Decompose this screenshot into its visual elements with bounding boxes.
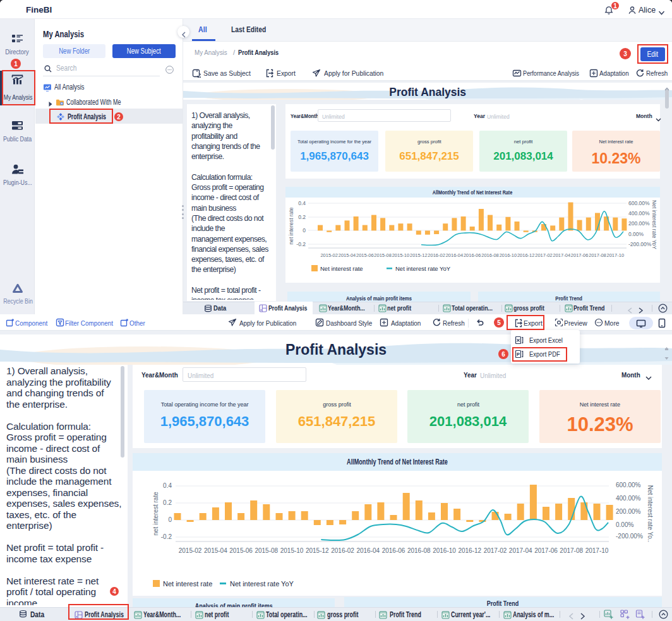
svg-text:-0.2: -0.2 xyxy=(161,533,172,540)
svg-text:2016-08: 2016-08 xyxy=(481,252,499,258)
svg-text:2016-10: 2016-10 xyxy=(500,252,517,258)
svg-text:2015-08: 2015-08 xyxy=(255,547,278,554)
svg-text:net interest rate: net interest rate xyxy=(288,207,294,244)
svg-text:net interest rate: net interest rate xyxy=(152,492,159,536)
svg-text:2015-02: 2015-02 xyxy=(179,547,202,554)
svg-text:2016-12: 2016-12 xyxy=(458,547,481,554)
svg-text:2016-12: 2016-12 xyxy=(517,252,535,258)
svg-text:0.2: 0.2 xyxy=(298,214,306,220)
svg-text:-200.00%: -200.00% xyxy=(628,241,652,247)
svg-text:2017-06: 2017-06 xyxy=(571,252,589,258)
svg-text:AllMonthly Trend of Net Intere: AllMonthly Trend of Net Interest Rate xyxy=(433,189,513,196)
svg-text:0.00%: 0.00% xyxy=(616,521,633,528)
svg-text:2015-06: 2015-06 xyxy=(356,252,374,258)
svg-text:2017-10: 2017-10 xyxy=(607,252,625,258)
svg-text:600.00%: 600.00% xyxy=(628,200,650,206)
svg-text:2015-10: 2015-10 xyxy=(392,252,410,258)
svg-text:0: 0 xyxy=(168,516,172,523)
svg-text:Net interest rate: Net interest rate xyxy=(320,265,363,272)
svg-text:2016-02: 2016-02 xyxy=(331,547,354,554)
svg-text:2015-08: 2015-08 xyxy=(374,252,392,258)
svg-text:2017-06: 2017-06 xyxy=(534,547,558,554)
svg-text:Net interest rate YoY: Net interest rate YoY xyxy=(651,200,657,249)
svg-text:0.2: 0.2 xyxy=(163,499,172,506)
svg-text:2016-10: 2016-10 xyxy=(433,547,456,554)
svg-text:2017-04: 2017-04 xyxy=(509,547,532,554)
svg-text:Net interest rate YoY: Net interest rate YoY xyxy=(230,580,294,588)
svg-text:2015-06: 2015-06 xyxy=(229,547,253,554)
svg-text:Net interest rate YoY: Net interest rate YoY xyxy=(395,265,451,272)
svg-text:0: 0 xyxy=(303,227,306,234)
svg-text:2017-02: 2017-02 xyxy=(535,252,553,258)
svg-text:400.00%: 400.00% xyxy=(616,495,641,502)
svg-text:2016-06: 2016-06 xyxy=(382,547,405,554)
svg-text:2015-12: 2015-12 xyxy=(306,547,329,554)
svg-text:200.00%: 200.00% xyxy=(628,220,650,227)
svg-text:2015-02: 2015-02 xyxy=(320,252,338,258)
svg-text:2015-04: 2015-04 xyxy=(339,252,356,258)
svg-text:2015-10: 2015-10 xyxy=(280,547,304,554)
svg-text:-0.2: -0.2 xyxy=(296,241,306,247)
svg-text:2015-12: 2015-12 xyxy=(410,252,428,258)
svg-text:0.00%: 0.00% xyxy=(628,231,644,237)
svg-text:0.4: 0.4 xyxy=(298,200,306,206)
svg-text:2017-08: 2017-08 xyxy=(560,547,583,554)
svg-text:2016-02: 2016-02 xyxy=(428,252,445,258)
svg-text:2017-08: 2017-08 xyxy=(589,252,606,258)
svg-text:Net interest rate: Net interest rate xyxy=(163,580,212,588)
svg-text:2016-04: 2016-04 xyxy=(446,252,464,258)
svg-text:200.00%: 200.00% xyxy=(616,508,641,515)
svg-text:0.4: 0.4 xyxy=(163,482,172,489)
svg-text:400.00%: 400.00% xyxy=(628,210,650,216)
svg-text:2016-06: 2016-06 xyxy=(464,252,481,258)
svg-text:Net interest rate Yo..: Net interest rate Yo.. xyxy=(647,485,654,543)
svg-text:AllMonthly Trend of Net Intere: AllMonthly Trend of Net Interest Rate xyxy=(347,458,448,466)
svg-text:600.00%: 600.00% xyxy=(616,482,641,488)
svg-text:2017-02: 2017-02 xyxy=(484,547,507,554)
svg-text:2017-04: 2017-04 xyxy=(553,252,571,258)
svg-text:2017-10: 2017-10 xyxy=(585,547,609,554)
svg-text:2016-08: 2016-08 xyxy=(407,547,431,554)
svg-text:2015-04: 2015-04 xyxy=(204,547,227,554)
svg-text:2016-04: 2016-04 xyxy=(356,547,380,554)
svg-text:-200.00%: -200.00% xyxy=(616,533,643,540)
